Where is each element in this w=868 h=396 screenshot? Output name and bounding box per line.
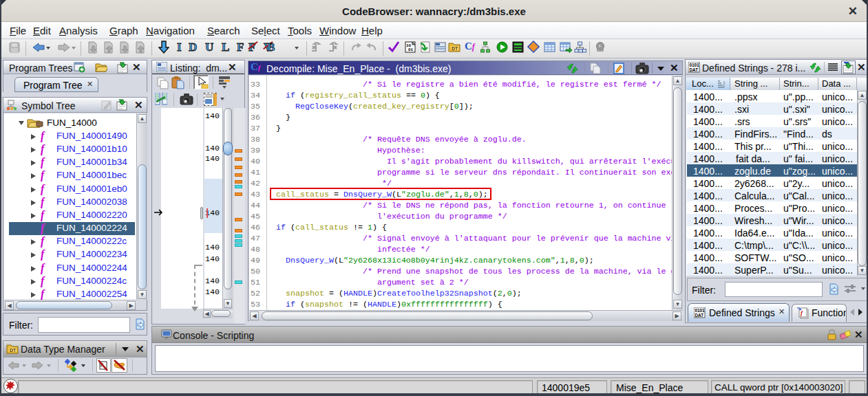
svg-text:0101: 0101	[689, 63, 699, 67]
svg-text:DAT: DAT	[689, 67, 698, 72]
svg-text:DT: DT	[452, 46, 458, 51]
svg-text:DAT: DAT	[695, 313, 703, 318]
svg-text:0101: 0101	[695, 308, 705, 313]
svg-text:01: 01	[408, 47, 414, 52]
svg-text:DT: DT	[10, 348, 17, 353]
